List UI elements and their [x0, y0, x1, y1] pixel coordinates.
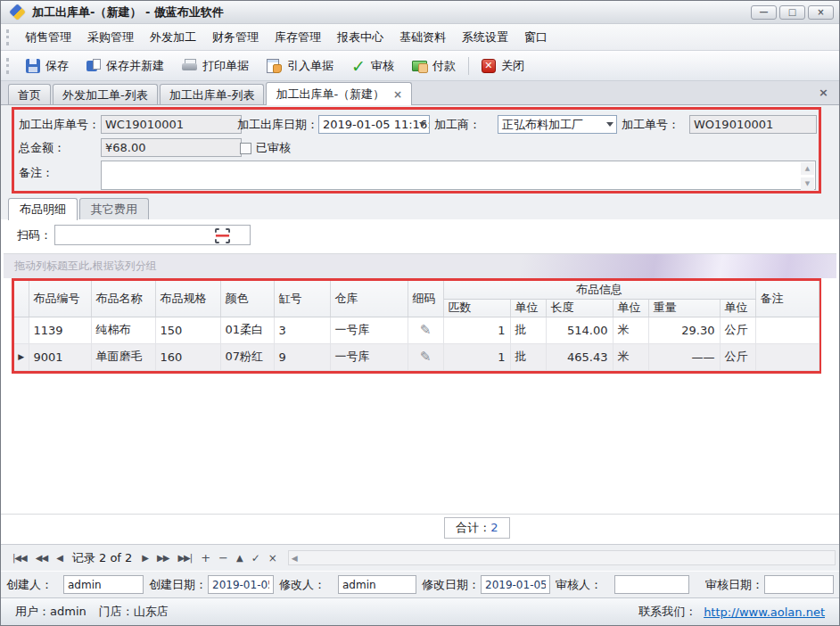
summary-band: 合计：2: [1, 514, 839, 540]
horizontal-scrollbar[interactable]: ◀: [288, 550, 836, 565]
tab-fabric-detail[interactable]: 布品明细: [8, 198, 78, 220]
menu-settings[interactable]: 系统设置: [454, 26, 516, 49]
close-button[interactable]: ×: [808, 5, 834, 20]
creator-field[interactable]: [63, 575, 144, 594]
nav-prev-page-icon[interactable]: ◀◀: [31, 553, 52, 563]
vendor-select[interactable]: 正弘布料加工厂: [498, 115, 617, 134]
menu-sales[interactable]: 销售管理: [17, 26, 79, 49]
close-document-button[interactable]: ✕ 关闭: [473, 54, 533, 78]
record-count-text: 记录 2 of 2: [67, 550, 137, 566]
menu-reports[interactable]: 报表中心: [329, 26, 391, 49]
order-no-label: 加工出库单号：: [19, 115, 100, 134]
edit-pencil-icon[interactable]: ✎: [420, 349, 432, 365]
tab-outsourcing-list[interactable]: 外发加工单-列表: [53, 84, 158, 104]
title-bar: 加工出库单-（新建） - 傲蓝布业软件 — □ ×: [1, 1, 839, 24]
audited-checkbox[interactable]: [240, 143, 251, 154]
amount-field[interactable]: [101, 138, 242, 157]
menu-purchase[interactable]: 采购管理: [79, 26, 142, 49]
maximize-button[interactable]: □: [779, 5, 805, 20]
content-area: 加工出库单号： 加工出库日期： 2019-01-05 11:16:5 加工商： …: [1, 105, 839, 598]
menu-basedata[interactable]: 基础资料: [391, 26, 454, 49]
nav-add-icon[interactable]: +: [196, 551, 214, 564]
audit-button[interactable]: ✓ 审核: [342, 54, 403, 78]
audited-label: 已审核: [256, 140, 291, 156]
minimize-button[interactable]: —: [751, 5, 777, 20]
detail-tab-strip: 布品明细 其它费用: [8, 198, 151, 219]
row-indicator-header: [14, 281, 29, 317]
remark-field[interactable]: ▲ ▼: [101, 161, 816, 190]
order-no-field[interactable]: [101, 115, 242, 134]
menu-outsourcing[interactable]: 外发加工: [142, 26, 204, 49]
col-header-remark[interactable]: 备注: [755, 281, 819, 317]
col-header-code[interactable]: 布品编号: [29, 281, 91, 317]
modifier-field[interactable]: [338, 575, 416, 594]
save-and-new-button[interactable]: 保存并新建: [78, 54, 173, 78]
nav-delete-icon[interactable]: −: [214, 551, 232, 564]
print-button[interactable]: 打印单据: [173, 54, 258, 78]
tab-close-icon[interactable]: ×: [393, 88, 402, 101]
printer-icon: [182, 59, 197, 72]
status-store: 门店：山东店: [99, 604, 169, 620]
tab-other-fees[interactable]: 其它费用: [79, 198, 149, 219]
toolbar-separator: [468, 57, 469, 75]
col-header-pieces[interactable]: 匹数: [443, 299, 510, 317]
app-window: 加工出库单-（新建） - 傲蓝布业软件 — □ × 销售管理 采购管理 外发加工…: [0, 0, 840, 626]
tab-outbound-new[interactable]: 加工出库单-（新建） ×: [266, 82, 412, 105]
col-header-name[interactable]: 布品名称: [91, 281, 155, 317]
remark-scrollbar[interactable]: ▲ ▼: [801, 162, 814, 190]
pay-button[interactable]: 付款: [403, 54, 465, 78]
scroll-down-icon[interactable]: ▼: [801, 177, 814, 190]
nav-next-icon[interactable]: ▶: [137, 553, 152, 563]
col-header-length-unit[interactable]: 单位: [613, 299, 648, 317]
col-header-vat[interactable]: 缸号: [274, 281, 330, 317]
order-header-panel: 加工出库单号： 加工出库日期： 2019-01-05 11:16:5 加工商： …: [12, 107, 821, 194]
col-header-pieces-unit[interactable]: 单位: [510, 299, 546, 317]
edit-pencil-icon[interactable]: ✎: [420, 322, 432, 338]
auditor-label: 审核人：: [556, 575, 602, 594]
nav-next-page-icon[interactable]: ▶▶: [152, 553, 173, 563]
status-bar: 用户：admin 门店：山东店 联系我们： http://www.aolan.n…: [1, 597, 839, 625]
nav-post-icon[interactable]: ✓: [247, 552, 264, 564]
modify-date-field[interactable]: [481, 575, 550, 594]
col-header-spec[interactable]: 布品规格: [155, 281, 220, 317]
scan-label: 扫码：: [17, 226, 52, 244]
audit-date-field[interactable]: [764, 575, 834, 594]
auditor-field[interactable]: [614, 575, 689, 594]
col-header-weight[interactable]: 重量: [648, 299, 720, 317]
create-date-field[interactable]: [208, 575, 274, 594]
menu-inventory[interactable]: 库存管理: [267, 26, 329, 49]
website-link[interactable]: http://www.aolan.net: [704, 605, 825, 619]
toolbar: 保存 保存并新建 打印单据 引入单据 ✓ 审核 付款 ✕ 关闭: [1, 51, 839, 81]
menu-window[interactable]: 窗口: [516, 26, 556, 49]
nav-cancel-icon[interactable]: ×: [264, 552, 281, 564]
status-user: 用户：admin: [15, 604, 86, 620]
grid-row[interactable]: ▶ 9001 单面磨毛 160 07粉红 9 一号库 ✎ 1 批 465.43 …: [14, 343, 819, 370]
work-order-field[interactable]: [689, 115, 817, 134]
col-group-fabric-info[interactable]: 布品信息: [443, 281, 755, 299]
tab-outbound-list[interactable]: 加工出库单-列表: [160, 84, 265, 104]
save-button[interactable]: 保存: [17, 54, 78, 78]
col-header-weight-unit[interactable]: 单位: [720, 299, 755, 317]
nav-edit-icon[interactable]: ▲: [232, 553, 247, 563]
group-by-hint: 拖动列标题至此,根据该列分组: [4, 254, 836, 278]
scroll-left-icon[interactable]: ◀: [289, 554, 298, 563]
scroll-up-icon[interactable]: ▲: [801, 162, 814, 175]
import-document-button[interactable]: 引入单据: [258, 54, 342, 78]
grid-row[interactable]: 1139 纯棉布 150 01柔白 3 一号库 ✎ 1 批 514.00 米 2…: [14, 317, 819, 343]
dropdown-arrow-icon: [606, 122, 614, 127]
current-row-indicator: ▶: [14, 343, 29, 370]
nav-last-icon[interactable]: ▶▶|: [173, 553, 196, 563]
order-date-picker[interactable]: 2019-01-05 11:16:5: [318, 115, 430, 134]
payment-icon: [412, 61, 427, 71]
tabstrip-close-icon[interactable]: ×: [819, 86, 828, 99]
menu-finance[interactable]: 财务管理: [204, 26, 267, 49]
col-header-length[interactable]: 长度: [546, 299, 613, 317]
group-by-band[interactable]: 拖动列标题至此,根据该列分组: [4, 253, 836, 278]
scan-input[interactable]: [54, 225, 251, 245]
nav-first-icon[interactable]: |◀◀: [8, 553, 31, 563]
tab-home[interactable]: 首页: [8, 84, 51, 104]
nav-prev-icon[interactable]: ◀: [52, 553, 67, 563]
col-header-fineweight[interactable]: 细码: [408, 281, 443, 317]
col-header-warehouse[interactable]: 仓库: [330, 281, 408, 317]
col-header-color[interactable]: 颜色: [220, 281, 274, 317]
